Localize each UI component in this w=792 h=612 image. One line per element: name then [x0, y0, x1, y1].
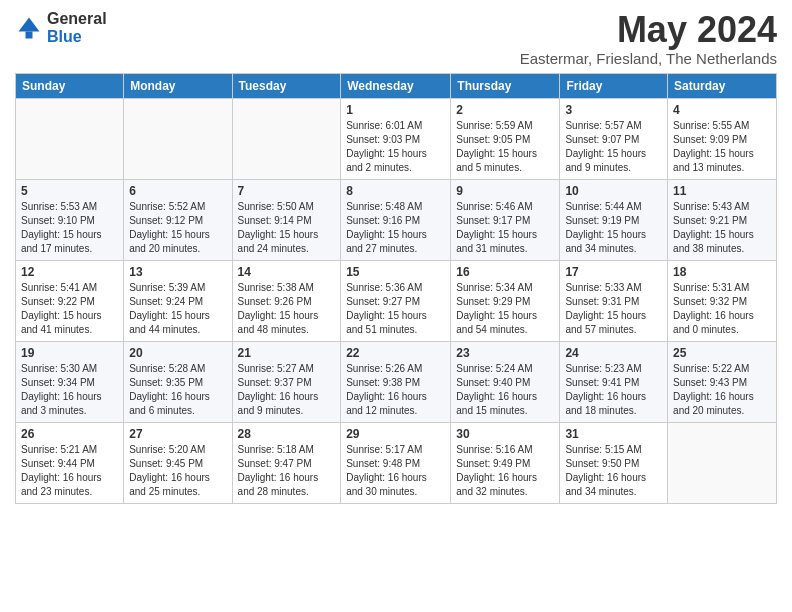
day-number: 8: [346, 184, 445, 198]
header-cell-monday: Monday: [124, 73, 232, 98]
day-number: 31: [565, 427, 662, 441]
day-info: Sunrise: 5:28 AM Sunset: 9:35 PM Dayligh…: [129, 362, 226, 418]
day-number: 9: [456, 184, 554, 198]
calendar-cell: 30Sunrise: 5:16 AM Sunset: 9:49 PM Dayli…: [451, 422, 560, 503]
calendar-cell: 24Sunrise: 5:23 AM Sunset: 9:41 PM Dayli…: [560, 341, 668, 422]
day-number: 12: [21, 265, 118, 279]
day-info: Sunrise: 5:43 AM Sunset: 9:21 PM Dayligh…: [673, 200, 771, 256]
day-info: Sunrise: 5:55 AM Sunset: 9:09 PM Dayligh…: [673, 119, 771, 175]
day-info: Sunrise: 5:24 AM Sunset: 9:40 PM Dayligh…: [456, 362, 554, 418]
day-info: Sunrise: 5:31 AM Sunset: 9:32 PM Dayligh…: [673, 281, 771, 337]
day-info: Sunrise: 5:18 AM Sunset: 9:47 PM Dayligh…: [238, 443, 336, 499]
calendar-cell: 7Sunrise: 5:50 AM Sunset: 9:14 PM Daylig…: [232, 179, 341, 260]
day-number: 30: [456, 427, 554, 441]
day-info: Sunrise: 6:01 AM Sunset: 9:03 PM Dayligh…: [346, 119, 445, 175]
day-number: 2: [456, 103, 554, 117]
calendar-cell: 1Sunrise: 6:01 AM Sunset: 9:03 PM Daylig…: [341, 98, 451, 179]
logo-blue: Blue: [47, 28, 107, 46]
day-info: Sunrise: 5:33 AM Sunset: 9:31 PM Dayligh…: [565, 281, 662, 337]
day-number: 13: [129, 265, 226, 279]
day-number: 28: [238, 427, 336, 441]
day-info: Sunrise: 5:21 AM Sunset: 9:44 PM Dayligh…: [21, 443, 118, 499]
calendar-cell: 20Sunrise: 5:28 AM Sunset: 9:35 PM Dayli…: [124, 341, 232, 422]
day-number: 16: [456, 265, 554, 279]
day-number: 23: [456, 346, 554, 360]
day-info: Sunrise: 5:39 AM Sunset: 9:24 PM Dayligh…: [129, 281, 226, 337]
calendar-cell: 8Sunrise: 5:48 AM Sunset: 9:16 PM Daylig…: [341, 179, 451, 260]
day-info: Sunrise: 5:41 AM Sunset: 9:22 PM Dayligh…: [21, 281, 118, 337]
day-info: Sunrise: 5:17 AM Sunset: 9:48 PM Dayligh…: [346, 443, 445, 499]
calendar-cell: 14Sunrise: 5:38 AM Sunset: 9:26 PM Dayli…: [232, 260, 341, 341]
day-info: Sunrise: 5:57 AM Sunset: 9:07 PM Dayligh…: [565, 119, 662, 175]
day-number: 25: [673, 346, 771, 360]
calendar-cell: [232, 98, 341, 179]
header-cell-sunday: Sunday: [16, 73, 124, 98]
calendar-cell: 5Sunrise: 5:53 AM Sunset: 9:10 PM Daylig…: [16, 179, 124, 260]
day-info: Sunrise: 5:34 AM Sunset: 9:29 PM Dayligh…: [456, 281, 554, 337]
calendar-cell: 29Sunrise: 5:17 AM Sunset: 9:48 PM Dayli…: [341, 422, 451, 503]
calendar-cell: 15Sunrise: 5:36 AM Sunset: 9:27 PM Dayli…: [341, 260, 451, 341]
header-cell-tuesday: Tuesday: [232, 73, 341, 98]
week-row: 19Sunrise: 5:30 AM Sunset: 9:34 PM Dayli…: [16, 341, 777, 422]
calendar-cell: [668, 422, 777, 503]
week-row: 12Sunrise: 5:41 AM Sunset: 9:22 PM Dayli…: [16, 260, 777, 341]
logo-icon: [15, 14, 43, 42]
day-number: 14: [238, 265, 336, 279]
calendar-cell: 23Sunrise: 5:24 AM Sunset: 9:40 PM Dayli…: [451, 341, 560, 422]
day-number: 11: [673, 184, 771, 198]
calendar-cell: [124, 98, 232, 179]
day-number: 19: [21, 346, 118, 360]
day-number: 29: [346, 427, 445, 441]
day-number: 18: [673, 265, 771, 279]
calendar-cell: 4Sunrise: 5:55 AM Sunset: 9:09 PM Daylig…: [668, 98, 777, 179]
day-number: 26: [21, 427, 118, 441]
calendar-cell: 28Sunrise: 5:18 AM Sunset: 9:47 PM Dayli…: [232, 422, 341, 503]
header-cell-thursday: Thursday: [451, 73, 560, 98]
day-number: 20: [129, 346, 226, 360]
calendar-cell: 18Sunrise: 5:31 AM Sunset: 9:32 PM Dayli…: [668, 260, 777, 341]
day-info: Sunrise: 5:44 AM Sunset: 9:19 PM Dayligh…: [565, 200, 662, 256]
week-row: 5Sunrise: 5:53 AM Sunset: 9:10 PM Daylig…: [16, 179, 777, 260]
day-number: 7: [238, 184, 336, 198]
calendar: SundayMondayTuesdayWednesdayThursdayFrid…: [15, 73, 777, 504]
day-number: 1: [346, 103, 445, 117]
day-info: Sunrise: 5:36 AM Sunset: 9:27 PM Dayligh…: [346, 281, 445, 337]
day-info: Sunrise: 5:46 AM Sunset: 9:17 PM Dayligh…: [456, 200, 554, 256]
title-area: May 2024 Eastermar, Friesland, The Nethe…: [520, 10, 777, 67]
day-info: Sunrise: 5:22 AM Sunset: 9:43 PM Dayligh…: [673, 362, 771, 418]
calendar-cell: 26Sunrise: 5:21 AM Sunset: 9:44 PM Dayli…: [16, 422, 124, 503]
calendar-header: SundayMondayTuesdayWednesdayThursdayFrid…: [16, 73, 777, 98]
calendar-cell: 19Sunrise: 5:30 AM Sunset: 9:34 PM Dayli…: [16, 341, 124, 422]
header-cell-saturday: Saturday: [668, 73, 777, 98]
calendar-cell: 25Sunrise: 5:22 AM Sunset: 9:43 PM Dayli…: [668, 341, 777, 422]
day-info: Sunrise: 5:53 AM Sunset: 9:10 PM Dayligh…: [21, 200, 118, 256]
calendar-cell: 11Sunrise: 5:43 AM Sunset: 9:21 PM Dayli…: [668, 179, 777, 260]
day-info: Sunrise: 5:20 AM Sunset: 9:45 PM Dayligh…: [129, 443, 226, 499]
day-number: 17: [565, 265, 662, 279]
day-number: 21: [238, 346, 336, 360]
header-cell-wednesday: Wednesday: [341, 73, 451, 98]
calendar-cell: 17Sunrise: 5:33 AM Sunset: 9:31 PM Dayli…: [560, 260, 668, 341]
day-number: 27: [129, 427, 226, 441]
day-number: 15: [346, 265, 445, 279]
day-info: Sunrise: 5:26 AM Sunset: 9:38 PM Dayligh…: [346, 362, 445, 418]
calendar-cell: 9Sunrise: 5:46 AM Sunset: 9:17 PM Daylig…: [451, 179, 560, 260]
svg-rect-1: [26, 31, 33, 38]
day-info: Sunrise: 5:52 AM Sunset: 9:12 PM Dayligh…: [129, 200, 226, 256]
calendar-cell: 13Sunrise: 5:39 AM Sunset: 9:24 PM Dayli…: [124, 260, 232, 341]
calendar-cell: 2Sunrise: 5:59 AM Sunset: 9:05 PM Daylig…: [451, 98, 560, 179]
day-info: Sunrise: 5:23 AM Sunset: 9:41 PM Dayligh…: [565, 362, 662, 418]
day-info: Sunrise: 5:30 AM Sunset: 9:34 PM Dayligh…: [21, 362, 118, 418]
calendar-cell: 10Sunrise: 5:44 AM Sunset: 9:19 PM Dayli…: [560, 179, 668, 260]
day-info: Sunrise: 5:59 AM Sunset: 9:05 PM Dayligh…: [456, 119, 554, 175]
calendar-cell: [16, 98, 124, 179]
calendar-cell: 3Sunrise: 5:57 AM Sunset: 9:07 PM Daylig…: [560, 98, 668, 179]
week-row: 1Sunrise: 6:01 AM Sunset: 9:03 PM Daylig…: [16, 98, 777, 179]
logo-text: General Blue: [47, 10, 107, 45]
calendar-cell: 6Sunrise: 5:52 AM Sunset: 9:12 PM Daylig…: [124, 179, 232, 260]
day-info: Sunrise: 5:27 AM Sunset: 9:37 PM Dayligh…: [238, 362, 336, 418]
month-year: May 2024: [520, 10, 777, 50]
calendar-cell: 27Sunrise: 5:20 AM Sunset: 9:45 PM Dayli…: [124, 422, 232, 503]
day-info: Sunrise: 5:38 AM Sunset: 9:26 PM Dayligh…: [238, 281, 336, 337]
day-info: Sunrise: 5:50 AM Sunset: 9:14 PM Dayligh…: [238, 200, 336, 256]
